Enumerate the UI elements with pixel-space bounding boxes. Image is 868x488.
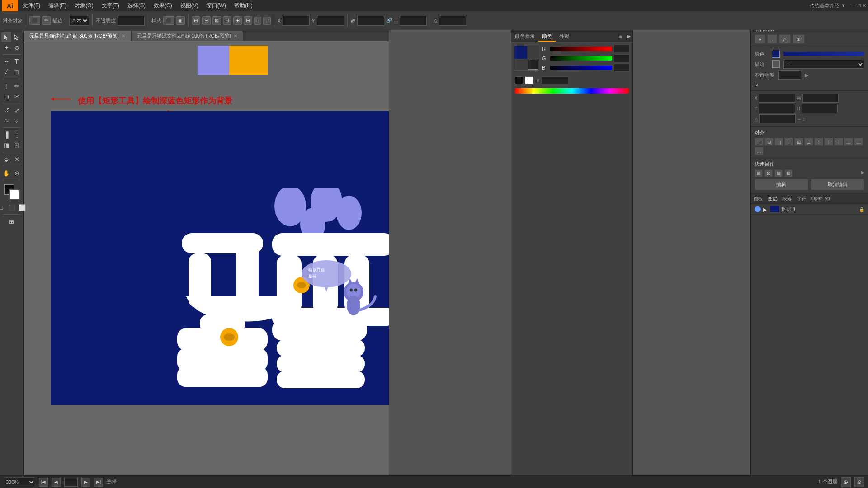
reshape-tool[interactable]: ⬦ [12, 116, 22, 126]
warp-tool[interactable]: ≋ [1, 116, 11, 126]
menu-file[interactable]: 文件(F) [19, 0, 44, 11]
pen-tool[interactable]: ✒ [1, 56, 11, 66]
white-swatch[interactable] [525, 76, 533, 84]
align-right-edge[interactable]: ⊣ [774, 138, 783, 146]
gradient-tool[interactable]: ◨ [1, 140, 11, 150]
stroke-select[interactable]: 基本 [69, 16, 89, 26]
edit-btn[interactable]: 编辑 [755, 179, 808, 190]
zoom-in-status-btn[interactable]: ⊕ [841, 477, 851, 487]
line-tool[interactable]: ╱ [1, 67, 11, 77]
align-center-v-btn2[interactable]: ⊞ [794, 138, 803, 146]
align-bottom-btn[interactable]: ⊟ [244, 16, 252, 25]
distrib-right[interactable]: ⋮ [834, 138, 843, 146]
direct-selection-tool[interactable] [12, 32, 22, 42]
x-input[interactable]: 1376.349 [283, 16, 310, 26]
fill-stroke-box[interactable] [4, 184, 20, 200]
toolbar-btn-1[interactable]: ⬛ [29, 16, 40, 25]
layer-visibility-icon[interactable] [755, 206, 761, 212]
hex-input[interactable] [541, 76, 568, 84]
next-page-btn[interactable]: ▶ [81, 478, 90, 487]
distrib-top[interactable]: … [844, 138, 853, 146]
panel-expand-icon[interactable]: ▶ [625, 30, 632, 42]
distribute-h-btn[interactable]: ≡ [254, 17, 261, 25]
type-tool[interactable]: T [12, 56, 22, 66]
tab-appearance[interactable]: 外观 [556, 30, 573, 42]
pencil-tool[interactable]: ✏ [12, 81, 22, 91]
paintbrush-tool[interactable]: ⌊ [1, 81, 11, 91]
window-controls[interactable]: — □ ✕ [851, 3, 866, 9]
opacity-value-input[interactable]: 100% [778, 70, 801, 80]
lasso-tool[interactable]: ⊙ [12, 42, 22, 52]
y-coord-input[interactable]: 1757.063 [759, 104, 795, 113]
subtract-btn[interactable]: - [767, 34, 777, 44]
canvas-area[interactable]: 使用【矩形工具】绘制深蓝色矩形作为背景 [24, 41, 389, 475]
shape-op-4[interactable]: ⊡ [784, 169, 793, 177]
w-coord-input[interactable]: 477.333 [802, 94, 839, 103]
graph-tool[interactable]: ▐ [1, 130, 11, 140]
scale-tool[interactable]: ⤢ [12, 105, 22, 115]
angle-prop-input[interactable]: 183.7 T [760, 114, 796, 123]
column-graph-tool[interactable]: ⋮ [12, 130, 22, 140]
align-center-h-btn[interactable]: ⊟ [202, 16, 211, 25]
align-center-h-btn2[interactable]: ⊟ [764, 138, 774, 146]
quick-actions-expand[interactable]: ▶ [861, 169, 864, 177]
tab-paragraph[interactable]: 段落 [780, 193, 794, 204]
b-slider-track[interactable] [550, 66, 612, 70]
tab-color-ref[interactable]: 颜色参考 [511, 30, 538, 42]
distrib-mid[interactable]: … [854, 138, 863, 146]
align-top-edge[interactable]: ⊤ [784, 138, 793, 146]
selection-tool[interactable] [1, 32, 11, 42]
align-right-btn[interactable]: ⊠ [212, 16, 221, 25]
stroke-color-swatch[interactable] [772, 60, 780, 68]
first-page-btn[interactable]: |◀ [39, 478, 48, 487]
prev-page-btn[interactable]: ◀ [52, 478, 61, 487]
align-center-v-btn[interactable]: ⊞ [233, 16, 242, 25]
menu-window[interactable]: 窗口(W) [203, 0, 230, 11]
fill-color-swatch[interactable] [772, 50, 780, 58]
zoom-select[interactable]: 300% [4, 477, 35, 487]
fill-slider[interactable] [783, 52, 864, 56]
tab-color[interactable]: 颜色 [538, 30, 556, 42]
style-btn2[interactable]: ◉ [176, 16, 185, 25]
zoom-tool[interactable]: ⊕ [12, 168, 22, 178]
x-coord-input[interactable]: 1376.349 [759, 94, 795, 103]
tab-character[interactable]: 字符 [794, 193, 809, 204]
mesh-tool[interactable]: ⊞ [12, 140, 22, 150]
shape-op-2[interactable]: ⊠ [764, 169, 773, 177]
tab-1-close[interactable]: ✕ [234, 33, 237, 38]
rotate-tool[interactable]: ↺ [1, 105, 11, 115]
layer-lock-icon[interactable]: 🔒 [859, 207, 864, 212]
h-coord-input[interactable]: 306.595 [802, 104, 838, 113]
angle-input[interactable]: 183.7° [439, 16, 466, 26]
menu-edit[interactable]: 编辑(E) [45, 0, 70, 11]
tab-0[interactable]: 元旦是只猫讲解.ai* @ 300% (RGB/预览) ✕ [24, 31, 131, 41]
fullscreen-mode[interactable]: ⬛ [7, 202, 17, 212]
magic-wand-tool[interactable]: ✦ [1, 42, 11, 52]
tab-1[interactable]: 元旦是只猫源文件.ai* @ 100% (RGB/预览) ✕ [131, 31, 244, 41]
tab-0-close[interactable]: ✕ [122, 33, 125, 38]
h-input[interactable]: 306.595 [400, 16, 427, 26]
distrib-left[interactable]: ⋮ [814, 138, 823, 146]
intersect-btn[interactable]: ∩ [779, 34, 791, 44]
measure-tool[interactable]: ✕ [12, 154, 22, 164]
w-input[interactable]: 477.333 [357, 16, 384, 26]
layer-expand-icon[interactable]: ▶ [763, 206, 768, 212]
style-btn[interactable]: ⬛ [163, 16, 174, 25]
tab-panel[interactable]: 面板 [751, 193, 765, 204]
exclude-btn[interactable]: ⊗ [793, 34, 805, 44]
hand-tool[interactable]: ✋ [1, 168, 11, 178]
g-slider-track[interactable] [550, 56, 612, 61]
menu-effect[interactable]: 效果(C) [150, 0, 176, 11]
menu-select[interactable]: 选择(S) [124, 0, 149, 11]
b-value-input[interactable] [614, 64, 630, 72]
r-value-input[interactable] [614, 45, 630, 53]
align-left-btn[interactable]: ⊞ [192, 16, 200, 25]
color-spectrum[interactable] [515, 88, 629, 94]
layer-1-row[interactable]: ▶ 图层 1 🔒 [751, 204, 868, 215]
g-value-input[interactable] [614, 54, 630, 62]
eraser-tool[interactable]: ◻ [1, 91, 11, 101]
expand-tools[interactable]: ⊞ [7, 216, 17, 226]
page-number-input[interactable]: 2 [64, 478, 78, 487]
distrib-bottom[interactable]: … [755, 147, 764, 155]
align-left-edge[interactable]: ⊢ [755, 138, 764, 146]
